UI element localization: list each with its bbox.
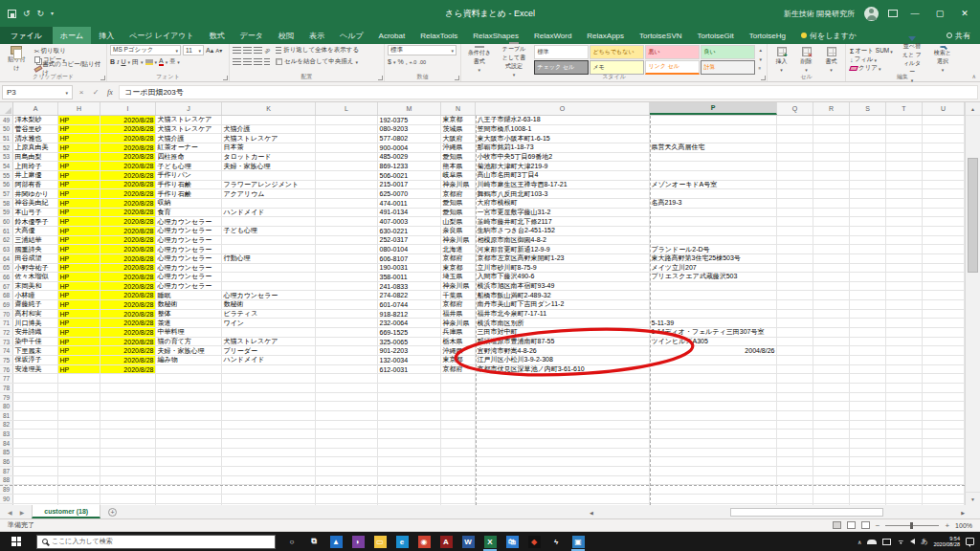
- cell-L85[interactable]: [316, 449, 378, 457]
- cell-U63[interactable]: [923, 245, 965, 253]
- cell-L72[interactable]: [316, 328, 378, 337]
- cell-T50[interactable]: [886, 125, 923, 134]
- cell-M76[interactable]: 612-0031: [378, 365, 441, 374]
- cell-S58[interactable]: [850, 199, 886, 208]
- column-header-K[interactable]: K: [222, 102, 316, 115]
- ribbon-tab-ページ レイアウト[interactable]: ページ レイアウト: [122, 27, 202, 44]
- row-header-87[interactable]: 87: [0, 467, 13, 475]
- cell-J82[interactable]: [156, 421, 222, 430]
- cell-Q62[interactable]: [777, 236, 813, 245]
- cell-I79[interactable]: [100, 393, 156, 402]
- cell-J76[interactable]: [156, 365, 222, 374]
- cell-N67[interactable]: 神奈川県: [441, 282, 476, 291]
- share-button[interactable]: 共有: [937, 27, 980, 44]
- cell-O54[interactable]: 菊池郡大津町大津219-9: [476, 162, 650, 170]
- cell-Q90[interactable]: [777, 495, 813, 503]
- cell-K75[interactable]: ハンドメイド: [222, 356, 316, 364]
- cell-J77[interactable]: [156, 374, 222, 383]
- cell-R55[interactable]: [813, 171, 850, 180]
- cell-S74[interactable]: [850, 346, 886, 355]
- cell-O81[interactable]: [476, 411, 650, 420]
- cell-P80[interactable]: [650, 402, 777, 410]
- cell-A78[interactable]: [13, 384, 58, 392]
- sheet-next-icon[interactable]: ▶: [20, 509, 25, 516]
- ribbon-tab-表示[interactable]: 表示: [301, 27, 332, 44]
- cell-L69[interactable]: [316, 300, 378, 309]
- select-all-corner[interactable]: [0, 102, 13, 115]
- insert-cells-button[interactable]: 挿入: [773, 46, 791, 73]
- row-header-65[interactable]: 65: [0, 264, 13, 273]
- cell-U53[interactable]: [923, 153, 965, 162]
- cell-Q60[interactable]: [777, 217, 813, 226]
- cell-I58[interactable]: 2020/8/28: [100, 199, 156, 208]
- cell-L54[interactable]: [316, 162, 378, 170]
- cell-S84[interactable]: [850, 439, 886, 448]
- row-header-80[interactable]: 80: [0, 402, 13, 410]
- row-header-88[interactable]: 88: [0, 476, 13, 485]
- cell-T66[interactable]: [886, 273, 923, 281]
- cell-P86[interactable]: [650, 457, 777, 466]
- cell-U84[interactable]: [923, 439, 965, 448]
- cell-M78[interactable]: [378, 384, 441, 392]
- cell-J78[interactable]: [156, 384, 222, 392]
- cell-K57[interactable]: アクアリウム: [222, 189, 316, 198]
- cell-U66[interactable]: [923, 273, 965, 281]
- cell-A90[interactable]: [13, 495, 58, 503]
- ime-indicator[interactable]: あ: [921, 537, 927, 546]
- cell-O77[interactable]: [476, 374, 650, 383]
- cell-O60[interactable]: 韮崎市藤井町北下條2117: [476, 217, 650, 226]
- cell-I81[interactable]: [100, 411, 156, 420]
- cell-L58[interactable]: [316, 199, 378, 208]
- cell-J54[interactable]: 子ども心理: [156, 162, 222, 170]
- cell-M89[interactable]: [378, 485, 441, 494]
- cell-A84[interactable]: [13, 439, 58, 448]
- styles-dialog-launcher[interactable]: [761, 76, 766, 80]
- ribbon-tab-Acrobat[interactable]: Acrobat: [371, 27, 413, 44]
- cell-U67[interactable]: [923, 282, 965, 291]
- row-header-90[interactable]: 90: [0, 495, 13, 503]
- cell-R86[interactable]: [813, 457, 850, 466]
- cell-H72[interactable]: HP: [58, 328, 100, 337]
- cell-S71[interactable]: [850, 319, 886, 327]
- cell-S57[interactable]: [850, 189, 886, 198]
- cell-J87[interactable]: [156, 467, 222, 475]
- cell-I87[interactable]: [100, 467, 156, 475]
- cell-I64[interactable]: 2020/8/28: [100, 254, 156, 263]
- column-header-P[interactable]: P: [650, 102, 777, 115]
- scroll-left-icon[interactable]: ◀: [590, 510, 593, 516]
- cell-L64[interactable]: [316, 254, 378, 263]
- cell-Q77[interactable]: [777, 374, 813, 383]
- cell-L51[interactable]: [316, 134, 378, 143]
- cell-T84[interactable]: [886, 439, 923, 448]
- cell-U51[interactable]: [923, 134, 965, 143]
- cell-M72[interactable]: 669-1525: [378, 328, 441, 337]
- cell-U59[interactable]: [923, 209, 965, 217]
- cell-R88[interactable]: [813, 476, 850, 485]
- row-header-60[interactable]: 60: [0, 217, 13, 226]
- cell-O50[interactable]: 笠間市橋爪1008-1: [476, 125, 650, 134]
- cell-O80[interactable]: [476, 402, 650, 410]
- cell-T67[interactable]: [886, 282, 923, 291]
- cell-A81[interactable]: [13, 411, 58, 420]
- cell-H78[interactable]: [58, 384, 100, 392]
- sheet-tab-customer[interactable]: customer (18): [32, 505, 100, 518]
- cell-A86[interactable]: [13, 457, 58, 466]
- delete-cells-button[interactable]: 削除: [798, 46, 815, 73]
- cell-I51[interactable]: 2020/8/28: [100, 134, 156, 143]
- cell-Q49[interactable]: [777, 116, 813, 124]
- cell-N64[interactable]: 京都府: [441, 254, 476, 263]
- qat-customize-icon[interactable]: ▾: [51, 10, 54, 18]
- cell-J88[interactable]: [156, 476, 222, 485]
- cell-O70[interactable]: 福井市北今泉町7-17-11: [476, 310, 650, 319]
- cell-H70[interactable]: HP: [58, 310, 100, 319]
- photos-icon[interactable]: ▲: [329, 535, 343, 548]
- cell-J84[interactable]: [156, 439, 222, 448]
- cell-O87[interactable]: [476, 467, 650, 475]
- cell-L76[interactable]: [316, 365, 378, 374]
- row-header-85[interactable]: 85: [0, 449, 13, 457]
- cell-I49[interactable]: 2020/8/28: [100, 116, 156, 124]
- cell-R76[interactable]: [813, 365, 850, 374]
- cell-P83[interactable]: [650, 430, 777, 438]
- fill-color-icon[interactable]: [145, 59, 153, 65]
- cell-I52[interactable]: 2020/8/28: [100, 143, 156, 152]
